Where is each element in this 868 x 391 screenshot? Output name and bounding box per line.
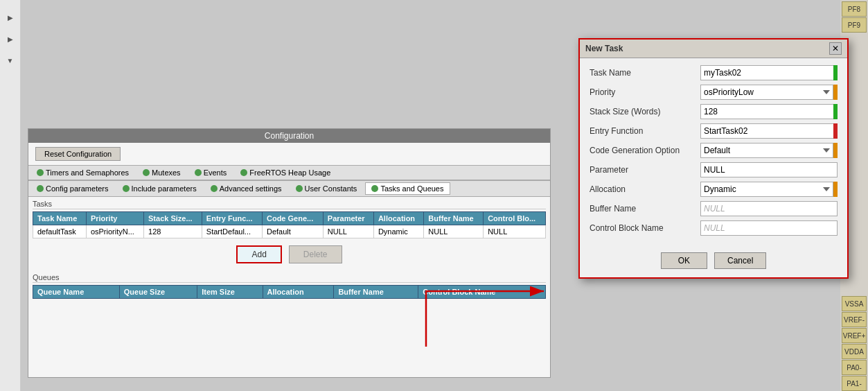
col-code-gen: Code Gene... <box>262 212 323 225</box>
pin-vssa[interactable]: VSSA <box>842 296 867 311</box>
cell-buffer-name: NULL <box>424 225 484 238</box>
input-buffer-name[interactable] <box>700 201 838 216</box>
tab-dot-user <box>296 185 303 192</box>
input-parameter[interactable] <box>700 162 838 177</box>
label-entry-function: Entry Function <box>590 126 700 136</box>
tab-dot-timers <box>37 169 44 176</box>
cancel-button[interactable]: Cancel <box>714 252 766 269</box>
col-priority: Priority <box>86 212 143 225</box>
input-task-name-wrapper <box>700 65 838 80</box>
field-code-gen: Code Generation Option Default <box>590 143 838 158</box>
col-queue-size: Queue Size <box>119 286 197 299</box>
tab-dot-tasks <box>371 185 378 192</box>
pin-pa1[interactable]: PA1- <box>842 376 867 391</box>
col-parameter: Parameter <box>323 212 373 225</box>
col-item-size: Item Size <box>197 286 263 299</box>
input-priority-wrapper: osPriorityLow <box>700 85 838 100</box>
tabs-row-2: Config parameters Include parameters Adv… <box>28 180 550 197</box>
col-allocation: Allocation <box>373 212 423 225</box>
col-q-control-block: Control Block Name <box>418 286 546 299</box>
tab-config-params[interactable]: Config parameters <box>31 183 114 194</box>
expand-arrow-1[interactable]: ▶ <box>8 14 13 21</box>
tab-dot-config <box>37 185 44 192</box>
tab-label-advanced: Advanced settings <box>220 184 282 193</box>
tab-heap-usage[interactable]: FreeRTOS Heap Usage <box>235 167 336 178</box>
tab-label-timers: Timers and Semaphores <box>46 168 129 177</box>
label-task-name: Task Name <box>590 68 700 78</box>
input-stack-wrapper <box>700 104 838 119</box>
label-code-gen: Code Generation Option <box>590 146 700 155</box>
input-control-block-name[interactable] <box>700 220 838 236</box>
queues-section-label: Queues <box>33 273 546 283</box>
field-priority: Priority osPriorityLow <box>590 85 838 100</box>
queues-section: Queues Queue Name Queue Size Item Size A… <box>28 270 550 302</box>
queues-table: Queue Name Queue Size Item Size Allocati… <box>33 285 546 299</box>
col-stack-size: Stack Size... <box>144 212 202 225</box>
pin-vdda[interactable]: VDDA <box>842 344 867 359</box>
field-stack-size: Stack Size (Words) <box>590 104 838 119</box>
select-priority[interactable]: osPriorityLow <box>700 85 833 100</box>
input-task-name[interactable] <box>700 65 833 80</box>
field-allocation: Allocation Dynamic <box>590 182 838 197</box>
tab-label-mutexes: Mutexes <box>152 168 181 177</box>
tab-mutexes[interactable]: Mutexes <box>137 167 186 178</box>
col-queue-name: Queue Name <box>33 286 120 299</box>
tab-user-constants[interactable]: User Constants <box>290 183 363 194</box>
cell-stack-size: 128 <box>144 225 202 238</box>
modal-close-button[interactable]: ✕ <box>829 42 842 55</box>
modal-titlebar: New Task ✕ <box>580 40 847 58</box>
tab-dot-heap <box>240 169 247 176</box>
col-control-block: Control Blo... <box>484 212 546 225</box>
tab-include-params[interactable]: Include parameters <box>117 183 202 194</box>
pin-pf9[interactable]: PF9 <box>842 17 867 33</box>
tab-label-tasks: Tasks and Queues <box>380 184 443 193</box>
table-row[interactable]: defaultTask osPriorityN... 128 StartDefa… <box>33 225 546 238</box>
cell-task-name: defaultTask <box>33 225 87 238</box>
label-parameter: Parameter <box>590 165 700 175</box>
input-entry-function[interactable] <box>700 123 833 139</box>
input-stack-size[interactable] <box>700 104 833 119</box>
field-parameter: Parameter <box>590 162 838 177</box>
config-title: Configuration <box>265 131 314 141</box>
indicator-stack-size <box>833 104 838 119</box>
queues-label-text: Queues <box>33 273 60 281</box>
expand-arrow-2[interactable]: ▶ <box>8 35 13 43</box>
ok-button[interactable]: OK <box>661 252 707 269</box>
select-allocation[interactable]: Dynamic <box>700 182 833 197</box>
tab-label-include: Include parameters <box>132 184 197 193</box>
label-priority: Priority <box>590 87 700 97</box>
indicator-task-name <box>833 65 838 80</box>
tab-tasks-queues[interactable]: Tasks and Queues <box>365 182 450 195</box>
new-task-modal: New Task ✕ Task Name Priority osPriority… <box>578 38 849 279</box>
label-buffer-name: Buffer Name <box>590 204 700 214</box>
pin-vref-plus[interactable]: VREF+ <box>842 328 867 343</box>
modal-body: Task Name Priority osPriorityLow Stack S… <box>580 58 847 247</box>
col-entry-func: Entry Func... <box>202 212 262 225</box>
tab-dot-mutexes <box>143 169 150 176</box>
delete-task-button[interactable]: Delete <box>289 245 342 263</box>
tab-label-events: Events <box>204 168 227 177</box>
pin-pf8[interactable]: PF8 <box>842 1 867 17</box>
pin-pa0[interactable]: PA0- <box>842 360 867 375</box>
indicator-priority <box>833 85 838 100</box>
col-q-allocation: Allocation <box>263 286 334 299</box>
action-buttons-row: Add Delete <box>28 241 550 268</box>
tasks-label-text: Tasks <box>33 200 52 208</box>
config-header: Configuration <box>28 129 550 143</box>
tab-timers-semaphores[interactable]: Timers and Semaphores <box>31 167 134 178</box>
left-sidebar: ▶ ▶ ▼ <box>0 0 21 391</box>
modal-footer: OK Cancel <box>580 247 847 277</box>
reset-config-button[interactable]: Reset Configuration <box>35 147 121 161</box>
tab-label-user: User Constants <box>305 184 357 193</box>
indicator-allocation <box>833 182 838 197</box>
tab-dot-events <box>195 169 202 176</box>
cell-entry-func: StartDefaul... <box>202 225 262 238</box>
pin-vref-minus[interactable]: VREF- <box>842 312 867 327</box>
col-task-name: Task Name <box>33 212 87 225</box>
tab-events[interactable]: Events <box>189 167 233 178</box>
field-entry-function: Entry Function <box>590 123 838 139</box>
select-code-gen[interactable]: Default <box>700 143 833 158</box>
add-task-button[interactable]: Add <box>236 245 281 263</box>
tab-advanced-settings[interactable]: Advanced settings <box>205 183 287 194</box>
expand-arrow-3[interactable]: ▼ <box>7 57 14 64</box>
